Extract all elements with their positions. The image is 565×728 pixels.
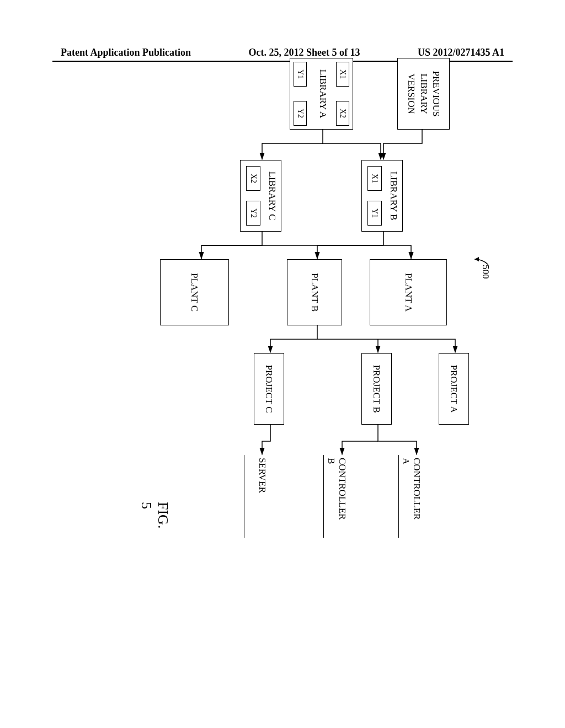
diagram: 500 PREVIOUS LIBRARY VERSION LIBRARY A X… [36, 119, 477, 521]
library-b-label: LIBRARY B [388, 172, 399, 221]
controller-b-label: CONTROLLER B [326, 458, 348, 521]
lib-a-x1: X1 [336, 62, 349, 87]
lib-b-x1: X1 [367, 166, 382, 191]
reference-arrow-icon [472, 256, 488, 273]
page-header: Patent Application Publication Oct. 25, … [0, 47, 565, 58]
server-rule [244, 455, 244, 538]
box-previous-library: PREVIOUS LIBRARY VERSION [397, 58, 450, 130]
header-center: Oct. 25, 2012 Sheet 5 of 13 [249, 47, 360, 58]
header-left: Patent Application Publication [61, 47, 191, 58]
box-plant-b: PLANT B [287, 259, 342, 325]
figure-label: FIG. 5 [138, 502, 171, 528]
box-plant-c: PLANT C [160, 259, 229, 325]
box-library-a: LIBRARY A X1 X2 Y1 Y2 [290, 58, 353, 130]
controller-a-label: CONTROLLER A [400, 458, 422, 521]
svg-marker-0 [475, 257, 479, 261]
lib-c-x2: X2 [246, 166, 260, 191]
controller-b-rule [323, 455, 324, 538]
lib-a-y2: Y2 [294, 101, 307, 126]
box-library-b: LIBRARY B X1 Y1 [361, 160, 403, 232]
box-library-c: LIBRARY C X2 Y2 [240, 160, 281, 232]
header-right: US 2012/0271435 A1 [418, 47, 504, 58]
lib-a-y1: Y1 [294, 62, 307, 87]
box-project-c: PROJECT C [254, 353, 284, 425]
library-c-label: LIBRARY C [266, 172, 278, 221]
controller-a-rule [398, 455, 399, 538]
lib-b-y1: Y1 [367, 201, 382, 226]
box-plant-a: PLANT A [370, 259, 447, 325]
box-project-b: PROJECT B [361, 353, 392, 425]
library-a-label: LIBRARY A [317, 69, 328, 119]
box-project-a: PROJECT A [439, 353, 469, 425]
connectors [135, 119, 477, 560]
server-label: SERVER [257, 458, 268, 493]
lib-a-x2: X2 [336, 101, 349, 126]
lib-c-y2: Y2 [246, 201, 260, 226]
